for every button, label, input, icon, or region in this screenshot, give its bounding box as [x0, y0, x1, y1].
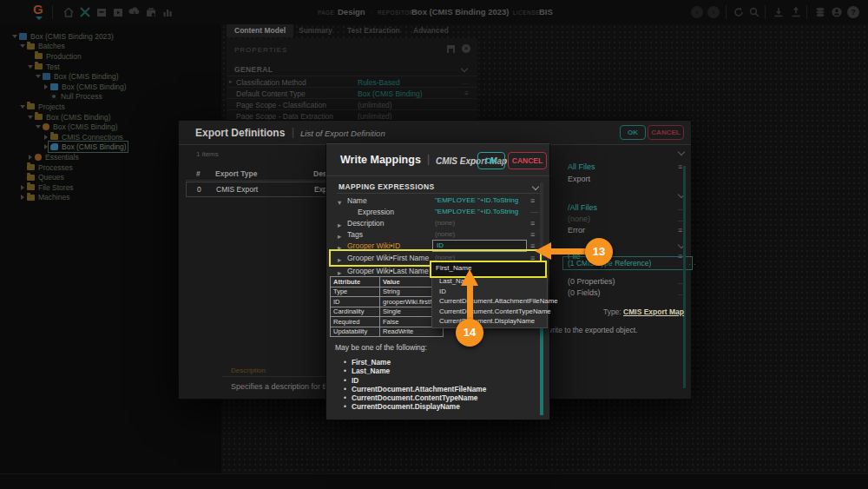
home-icon[interactable]	[62, 6, 75, 18]
tree-item[interactable]: Projects	[0, 102, 221, 112]
mapping-expressions-header[interactable]: MAPPING EXPRESSIONS	[339, 182, 435, 191]
ok-button[interactable]: OK	[620, 125, 646, 140]
expand-arrow-icon[interactable]	[42, 135, 49, 140]
import-cloud-icon[interactable]	[128, 6, 141, 18]
refresh-icon[interactable]	[733, 6, 745, 18]
close-icon[interactable]: ×	[462, 44, 470, 53]
row-value[interactable]: (none)	[435, 230, 455, 238]
menu-handle-icon[interactable]: ≡	[530, 230, 535, 239]
batch-archive-icon[interactable]	[95, 6, 108, 18]
dropdown-item[interactable]: CurrentDocument.ContentTypeName	[432, 307, 547, 317]
column-header-type[interactable]: Export Type	[215, 169, 258, 178]
tab-content-model[interactable]: Content Model	[227, 24, 293, 37]
panel-export[interactable]: Export	[568, 175, 590, 183]
job-bag-icon[interactable]	[145, 6, 157, 18]
menu-handle-icon[interactable]: ≡	[530, 219, 535, 228]
panel-all-files-path[interactable]: /All Files	[568, 203, 597, 212]
property-row[interactable]: Page Scope - Classification (unlimited)	[227, 98, 477, 110]
property-value[interactable]: Box (CMIS Binding)	[358, 89, 423, 98]
expand-arrow-icon[interactable]	[26, 65, 34, 69]
property-row[interactable]: ▸ Classification Method Rules-Based …	[227, 76, 477, 88]
panel-all-files[interactable]: All Files	[568, 162, 595, 171]
tree-item[interactable]: Null Process	[0, 92, 221, 102]
row-value[interactable]: "EMPLOYEE "+ID.ToString	[435, 208, 518, 215]
expand-arrow-icon[interactable]	[26, 116, 34, 119]
tree-item[interactable]: Batches	[0, 42, 221, 52]
property-value[interactable]: (unlimited)	[358, 101, 392, 109]
property-row[interactable]: Default Content Type Box (CMIS Binding) …	[227, 87, 477, 99]
expand-arrow-icon[interactable]	[10, 35, 18, 38]
tree-item[interactable]: Box (CMIS Binding)	[0, 82, 221, 92]
save-icon[interactable]	[447, 45, 455, 53]
expand-arrow-icon[interactable]	[18, 185, 26, 190]
repository-value: Box (CMIS Binding 2023)	[411, 7, 509, 17]
type-link[interactable]: CMIS Export Map	[623, 307, 684, 316]
menu-handle-icon[interactable]: ≡	[464, 89, 469, 97]
expand-arrow-icon[interactable]	[18, 195, 26, 200]
column-header-num[interactable]: #	[196, 169, 201, 178]
stats-chart-icon[interactable]	[161, 6, 174, 18]
cmis-type-reference-field[interactable]: (1 CMIS Type Reference)	[562, 256, 693, 270]
expand-arrow-icon[interactable]	[26, 155, 34, 160]
menu-handle-icon[interactable]: ≡	[678, 226, 682, 235]
database-icon[interactable]	[814, 6, 826, 18]
panel-none[interactable]: (none)	[568, 215, 590, 223]
expand-arrow-icon[interactable]	[18, 44, 26, 48]
attr-col-header: Attribute	[331, 277, 380, 287]
mapping-row-name[interactable]: ▾ Name "EMPLOYEE "+ID.ToString ≡	[330, 195, 538, 206]
tree-item[interactable]: Production	[0, 51, 221, 62]
row-label: Grooper Wiki•Last Name	[347, 267, 429, 275]
menu-handle-icon[interactable]: ≡	[678, 162, 682, 171]
review-play-icon[interactable]	[112, 6, 124, 18]
menu-handle-icon[interactable]: ≡	[530, 196, 535, 205]
collapse-chevron-icon[interactable]	[461, 65, 468, 72]
collapse-chevron-icon[interactable]	[532, 183, 539, 190]
mapping-row-tags[interactable]: ▸ Tags (none) ≡	[330, 228, 538, 240]
property-label: Page Scope - Classification	[236, 101, 326, 109]
expand-arrow-icon[interactable]	[34, 75, 42, 78]
tree-item[interactable]: Test	[0, 62, 221, 72]
ok-button[interactable]: OK	[477, 152, 505, 169]
search-icon[interactable]	[748, 6, 760, 18]
tree-item-label: Box (CMIS Binding)	[62, 142, 127, 151]
tree-item[interactable]: Box (CMIS Binding 2023)	[0, 31, 221, 42]
dropdown-item[interactable]: ID	[432, 287, 547, 297]
cancel-button[interactable]: CANCEL	[648, 125, 684, 140]
mapping-row-expression[interactable]: Expression "EMPLOYEE "+ID.ToString —	[330, 206, 538, 217]
expand-arrow-icon[interactable]	[18, 105, 26, 109]
tab-summary[interactable]: Summary	[291, 24, 340, 37]
tab-test-extraction[interactable]: Test Extraction	[339, 24, 408, 37]
panel-error[interactable]: Error	[568, 226, 585, 235]
ellipsis-icon[interactable]: …	[462, 78, 469, 86]
download-icon[interactable]	[773, 6, 785, 18]
cancel-button[interactable]: CANCEL	[508, 152, 547, 169]
expand-arrow-icon[interactable]	[42, 144, 49, 149]
grooper-logo[interactable]: G	[33, 3, 43, 16]
mapping-row-description[interactable]: ▸ Description (none) ≡	[330, 217, 538, 228]
grooper-logo-chevron-icon	[36, 17, 43, 20]
tab-advanced[interactable]: Advanced	[405, 24, 457, 37]
app-window: G PAGE Design · REPOSITORY Box (CMIS Bin…	[0, 0, 868, 489]
expand-arrow-icon[interactable]	[34, 125, 42, 129]
panel-properties[interactable]: (0 Properties)	[568, 277, 615, 286]
help-icon[interactable]: ?	[847, 6, 859, 18]
upload-icon[interactable]	[790, 6, 802, 18]
dropdown-item[interactable]: CurrentDocument.AttachmentFileName	[432, 296, 547, 307]
forward-icon[interactable]: ›	[707, 6, 720, 18]
dropdown-item[interactable]: CurrentDocument.DisplayName	[432, 316, 547, 327]
expand-arrow-icon[interactable]: ▸	[229, 78, 233, 85]
user-icon[interactable]	[831, 6, 843, 18]
scrollbar[interactable]	[683, 166, 686, 388]
property-value[interactable]: Rules-Based	[358, 78, 400, 87]
ellipsis-icon[interactable]: …	[688, 258, 696, 267]
tree-item[interactable]: Box (CMIS Binding)	[0, 71, 221, 82]
expand-arrow-icon[interactable]	[42, 84, 49, 89]
general-section-header[interactable]: GENERAL	[234, 65, 273, 74]
row-value[interactable]: "EMPLOYEE "+ID.ToString	[435, 196, 518, 204]
last-name-value-combobox[interactable]: First_Name	[430, 261, 547, 278]
back-icon[interactable]: ‹	[691, 6, 703, 18]
panel-fields[interactable]: (0 Fields)	[568, 288, 601, 297]
collapse-chevron-icon[interactable]	[678, 149, 685, 155]
row-value[interactable]: (none)	[435, 219, 455, 227]
design-tools-icon[interactable]	[79, 6, 91, 18]
